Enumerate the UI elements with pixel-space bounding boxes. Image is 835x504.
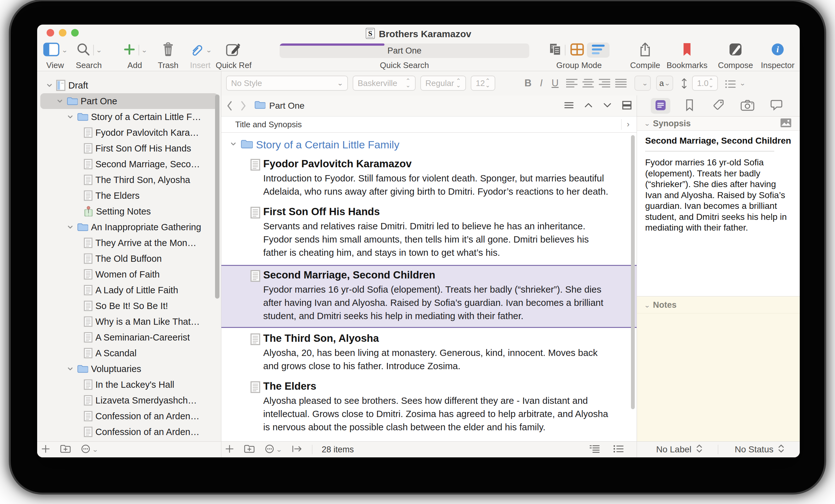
add-item-icon[interactable] (225, 444, 234, 455)
style-dropdown[interactable]: No Style⌄ (226, 76, 348, 91)
binder-item[interactable]: Draft (40, 78, 218, 93)
synopsis-card[interactable]: Second Marriage, Second Children Fyodor … (645, 136, 792, 234)
tab-bookmarks[interactable] (680, 98, 699, 114)
binder-item[interactable]: A Lady of Little Faith (40, 282, 218, 298)
chevron-down-icon[interactable]: ⌄ (96, 46, 102, 54)
split-editor-icon[interactable] (622, 100, 632, 111)
outline-row[interactable]: First Son Off His HandsServants and rela… (221, 203, 637, 264)
tab-comments[interactable] (767, 98, 786, 114)
line-spacing-icon[interactable] (681, 78, 688, 91)
chevron-down-icon[interactable]: ⌄ (739, 79, 746, 87)
bold-button[interactable]: B (522, 76, 534, 91)
binder-item[interactable]: First Son Off His Hands (40, 141, 218, 156)
disclosure-chevron-icon[interactable] (66, 113, 74, 121)
compile-button[interactable]: Compile (632, 42, 659, 70)
italic-button[interactable]: I (535, 76, 548, 91)
outline-row[interactable]: Fyodor Pavlovitch KaramazovIntroduction … (221, 155, 637, 203)
disclosure-chevron-icon[interactable] (56, 97, 64, 105)
tab-snapshots[interactable] (738, 98, 757, 114)
binder-item[interactable]: The Old Buffoon (40, 251, 218, 266)
binder-item[interactable]: A Seminarian-Careerist (40, 329, 218, 345)
quick-search-field[interactable]: Part One (280, 43, 529, 58)
collapse-list-icon[interactable] (589, 444, 600, 455)
view-button[interactable]: ⌄ View (39, 42, 71, 70)
add-folder-icon[interactable] (60, 444, 71, 455)
add-column-chevron[interactable]: › (623, 117, 633, 132)
outline-row[interactable]: Second Marriage, Second ChildrenFyodor m… (221, 265, 637, 328)
status-selector[interactable]: No Status (725, 442, 794, 457)
binder-item[interactable]: Voluptuaries (40, 361, 218, 377)
outline-row[interactable]: The EldersAlyosha pleased to see brother… (221, 377, 637, 438)
binder-item[interactable]: Lizaveta Smerdyashch… (40, 392, 218, 408)
add-button[interactable]: ⌄ Add (120, 42, 150, 70)
outline-view-selected[interactable] (587, 42, 610, 58)
align-justify-icon[interactable] (615, 78, 627, 89)
add-item-icon[interactable] (41, 444, 50, 455)
binder-item[interactable]: Fyodor Pavlovitch Kara… (40, 125, 218, 141)
editor-scrollbar[interactable] (631, 135, 635, 409)
disclosure-chevron-icon[interactable] (46, 82, 53, 89)
outline-group-header[interactable]: Story of a Certain Little Family (221, 133, 637, 155)
align-right-icon[interactable] (599, 78, 610, 89)
insert-button[interactable]: ⌄ Insert (184, 42, 217, 70)
font-dropdown[interactable]: Baskerville⌃⌄ (353, 76, 415, 91)
compose-button[interactable]: Compose (719, 42, 752, 70)
tab-notes[interactable] (651, 98, 670, 114)
binder-item[interactable]: Story of a Certain Little F… (40, 109, 218, 125)
notes-section-header[interactable]: ⌄ Notes (637, 297, 800, 314)
binder-item[interactable]: In the Lackey's Hall (40, 377, 218, 392)
binder-item[interactable]: Confession of an Arden… (40, 424, 218, 440)
font-size-stepper[interactable]: 12⌃⌄ (471, 76, 495, 91)
chevron-down-icon[interactable]: ⌄ (61, 46, 68, 54)
chevron-down-icon[interactable]: ⌄ (206, 46, 212, 54)
search-button[interactable]: ⌄ Search (73, 42, 105, 70)
header-menu-icon[interactable] (564, 101, 574, 110)
outline-row[interactable]: The Third Son, AlyoshaAlyosha, 20, has b… (221, 329, 637, 377)
binder-item[interactable]: Second Marriage, Seco… (40, 156, 218, 172)
next-document-icon[interactable] (603, 102, 611, 109)
binder-item[interactable]: Setting Notes (40, 203, 218, 219)
binder-item[interactable]: Why is a Man Like That… (40, 314, 218, 329)
editor-document-title[interactable]: Part One (254, 96, 304, 116)
binder-item[interactable]: The Third Son, Alyosha (40, 172, 218, 188)
tab-metadata[interactable] (709, 98, 728, 114)
align-left-icon[interactable] (566, 78, 577, 89)
binder-item[interactable]: Women of Faith (40, 266, 218, 282)
trash-button[interactable]: Trash (158, 42, 178, 70)
label-selector[interactable]: No Label (645, 442, 714, 457)
disclosure-chevron-icon[interactable] (229, 140, 237, 149)
underline-button[interactable]: U (549, 76, 562, 91)
inspector-button[interactable]: i Inspector (761, 42, 795, 70)
binder-item[interactable]: The Elders (40, 188, 218, 203)
binder-item[interactable]: So Be It! So Be It! (40, 298, 218, 314)
synopsis-image-icon[interactable] (780, 118, 792, 129)
back-button[interactable] (224, 100, 235, 112)
more-options-icon[interactable] (81, 444, 91, 455)
more-options-icon[interactable] (264, 444, 274, 455)
corkboard-view-icon[interactable] (570, 43, 584, 57)
move-document-icon[interactable] (291, 444, 303, 455)
notes-section[interactable]: ⌄ Notes (637, 296, 800, 442)
add-folder-icon[interactable] (244, 444, 255, 455)
binder-item[interactable]: A Scandal (40, 345, 218, 361)
binder-item[interactable]: They Arrive at the Mon… (40, 235, 218, 251)
disclosure-chevron-icon[interactable] (66, 365, 74, 372)
previous-document-icon[interactable] (584, 102, 593, 109)
list-format-icon[interactable] (725, 79, 736, 90)
disclosure-chevron-icon[interactable] (66, 223, 74, 231)
quick-ref-button[interactable]: Quick Ref (219, 42, 248, 70)
bullet-list-icon[interactable] (613, 444, 624, 455)
binder-item[interactable]: Part One (40, 93, 218, 109)
font-weight-dropdown[interactable]: Regular⌃⌄ (420, 76, 466, 91)
binder-scrollbar[interactable] (215, 95, 220, 299)
binder-item[interactable]: Confession of an Arden… (40, 408, 218, 424)
line-spacing-stepper[interactable]: 1.0⌃⌄ (692, 76, 718, 91)
align-center-icon[interactable] (583, 78, 594, 89)
bookmarks-button[interactable]: Bookmarks (668, 42, 706, 70)
synopsis-section-header[interactable]: ⌄ Synopsis (637, 117, 800, 131)
chevron-down-icon[interactable]: ⌄ (141, 46, 147, 54)
forward-button[interactable] (238, 100, 249, 112)
highlight-dropdown[interactable]: a⌄ (656, 76, 673, 91)
text-color-well[interactable]: ⌄ (634, 76, 651, 91)
column-header-label[interactable]: Title and Synopsis (235, 117, 302, 132)
